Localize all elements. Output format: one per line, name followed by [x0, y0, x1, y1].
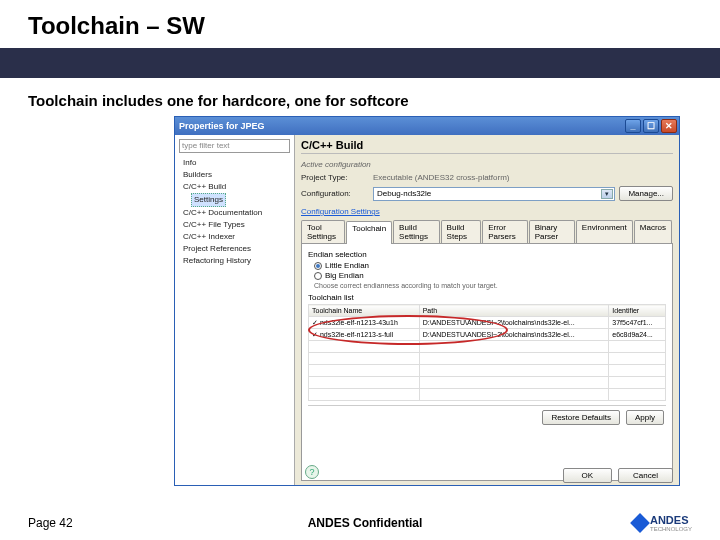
table-row — [309, 341, 666, 353]
tab-environment[interactable]: Environment — [576, 220, 633, 243]
manage-button[interactable]: Manage... — [619, 186, 673, 201]
slide-footer: Page 42 ANDES Confidential ANDESTECHNOLO… — [0, 514, 720, 532]
table-row — [309, 353, 666, 365]
cell-path: D:\ANDESTU\ANDESI~2\toolchains\nds32le-e… — [419, 329, 609, 341]
panel-title: C/C++ Build — [301, 139, 673, 154]
slide-subtitle: Toolchain includes one for hardcore, one… — [0, 78, 720, 119]
cell-id: e6c8d9a24... — [609, 329, 666, 341]
radio-little-endian[interactable]: Little Endian — [314, 261, 666, 270]
endian-section: Endian selection — [308, 250, 666, 259]
endian-hint: Choose correct endianness according to m… — [314, 282, 666, 289]
cancel-button[interactable]: Cancel — [618, 468, 673, 483]
logo-subtext: TECHNOLOGY — [650, 526, 692, 532]
config-label: Configuration: — [301, 189, 369, 198]
toolchain-panel: Endian selection Little Endian Big Endia… — [301, 244, 673, 481]
page-number: Page 42 — [28, 516, 148, 530]
cell-id: 37f5c47cf1... — [609, 317, 666, 329]
apply-button[interactable]: Apply — [626, 410, 664, 425]
tab-error-parsers[interactable]: Error Parsers — [482, 220, 528, 243]
confidential-label: ANDES Confidential — [148, 516, 582, 530]
project-type-label: Project Type: — [301, 173, 369, 182]
config-value: Debug-nds32le — [377, 189, 431, 198]
radio-icon — [314, 262, 322, 270]
logo-text: ANDES — [650, 514, 689, 526]
tree-builders[interactable]: Builders — [179, 169, 290, 181]
table-header: Toolchain Name Path Identifier — [309, 305, 666, 317]
tab-row: Tool Settings Toolchain Build Settings B… — [301, 220, 673, 244]
dialog-button-row: OK Cancel — [563, 468, 673, 483]
tree-cc-build[interactable]: C/C++ Build — [179, 181, 290, 193]
config-row: Configuration: Debug-nds32le ▾ Manage... — [301, 186, 673, 201]
table-row — [309, 389, 666, 401]
window-titlebar: Properties for JPEG _ ☐ ✕ — [175, 117, 679, 135]
filter-input[interactable]: type filter text — [179, 139, 290, 153]
tab-build-settings[interactable]: Build Settings — [393, 220, 440, 243]
radio-big-endian[interactable]: Big Endian — [314, 271, 666, 280]
close-icon[interactable]: ✕ — [661, 119, 677, 133]
tree-cc-doc[interactable]: C/C++ Documentation — [179, 207, 290, 219]
table-row[interactable]: ✓ nds32le-elf-n1213-s-full D:\ANDESTU\AN… — [309, 329, 666, 341]
tab-binary-parser[interactable]: Binary Parser — [529, 220, 575, 243]
tree-settings[interactable]: Settings — [179, 193, 290, 207]
col-path[interactable]: Path — [419, 305, 609, 317]
tree-refactor[interactable]: Refactoring History — [179, 255, 290, 267]
slide-title: Toolchain – SW — [28, 12, 692, 40]
properties-dialog: Properties for JPEG _ ☐ ✕ type filter te… — [174, 116, 680, 486]
cell-path: D:\ANDESTU\ANDESI~2\toolchains\nds32le-e… — [419, 317, 609, 329]
radio-big-label: Big Endian — [325, 271, 364, 280]
slide: Toolchain – SW Toolchain includes one fo… — [0, 0, 720, 540]
toolchain-table: Toolchain Name Path Identifier ✓ nds32le… — [308, 304, 666, 401]
chevron-down-icon: ▾ — [601, 189, 613, 199]
nav-tree-pane: type filter text Info Builders C/C++ Bui… — [175, 135, 295, 485]
tab-toolchain[interactable]: Toolchain — [346, 221, 392, 244]
maximize-icon[interactable]: ☐ — [643, 119, 659, 133]
tree-cc-indexer[interactable]: C/C++ Indexer — [179, 231, 290, 243]
tree-refs[interactable]: Project References — [179, 243, 290, 255]
col-id[interactable]: Identifier — [609, 305, 666, 317]
andes-logo: ANDESTECHNOLOGY — [582, 514, 692, 532]
col-name[interactable]: Toolchain Name — [309, 305, 420, 317]
cell-name: nds32le-elf-n1213-43u1h — [320, 319, 398, 326]
tab-macros[interactable]: Macros — [634, 220, 672, 243]
logo-diamond-icon — [630, 513, 650, 533]
table-row — [309, 365, 666, 377]
help-icon[interactable]: ? — [305, 465, 319, 479]
window-title: Properties for JPEG — [179, 121, 623, 131]
tab-tool-settings[interactable]: Tool Settings — [301, 220, 345, 243]
table-row — [309, 377, 666, 389]
tree-info[interactable]: Info — [179, 157, 290, 169]
table-row[interactable]: ✓ nds32le-elf-n1213-43u1h D:\ANDESTU\AND… — [309, 317, 666, 329]
filter-placeholder: type filter text — [182, 141, 230, 150]
ok-button[interactable]: OK — [563, 468, 613, 483]
tree-cc-file[interactable]: C/C++ File Types — [179, 219, 290, 231]
radio-little-label: Little Endian — [325, 261, 369, 270]
toolchain-list-label: Toolchain list — [308, 293, 666, 302]
restore-defaults-button[interactable]: Restore Defaults — [542, 410, 620, 425]
project-type-row: Project Type: Executable (ANDES32 cross-… — [301, 173, 673, 182]
slide-title-area: Toolchain – SW — [0, 0, 720, 78]
radio-icon — [314, 272, 322, 280]
minimize-icon[interactable]: _ — [625, 119, 641, 133]
config-combo[interactable]: Debug-nds32le ▾ — [373, 187, 615, 201]
dialog-body: type filter text Info Builders C/C++ Bui… — [175, 135, 679, 485]
active-config-label: Active configuration — [301, 160, 673, 169]
config-settings-link[interactable]: Configuration Settings — [301, 207, 673, 216]
panel-button-row: Restore Defaults Apply — [308, 405, 666, 427]
nav-tree: Info Builders C/C++ Build Settings C/C++… — [179, 157, 290, 267]
cell-name: nds32le-elf-n1213-s-full — [320, 331, 393, 338]
project-type-value: Executable (ANDES32 cross-platform) — [373, 173, 510, 182]
tab-build-steps[interactable]: Build Steps — [441, 220, 482, 243]
settings-pane: C/C++ Build Active configuration Project… — [295, 135, 679, 485]
